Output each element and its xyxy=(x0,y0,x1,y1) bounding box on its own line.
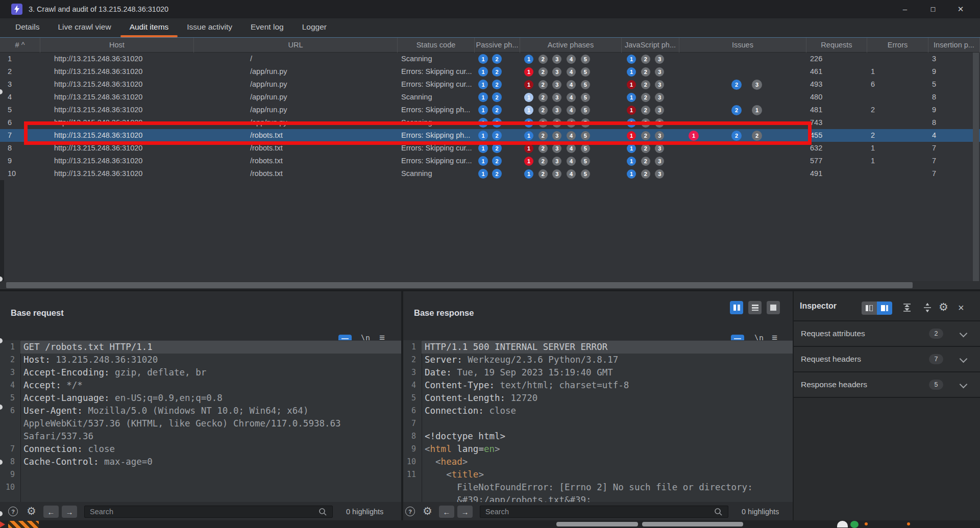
inspector-section-request-headers[interactable]: Request headers7 xyxy=(794,346,980,371)
chevron-down-icon[interactable] xyxy=(960,330,968,338)
text-segment: Connection: xyxy=(23,444,83,454)
editor-line: Accept: */* xyxy=(20,379,401,392)
column-header-errors[interactable]: Errors xyxy=(867,38,928,53)
editor-line: Accept-Encoding: gzip, deflate, br xyxy=(20,366,401,379)
expand-all-icon[interactable] xyxy=(902,303,912,315)
editor-line: User-Agent: Mozilla/5.0 (Windows NT 10.0… xyxy=(20,405,401,417)
inspector-section-response-headers[interactable]: Response headers5 xyxy=(794,371,980,397)
minimize-button[interactable]: – xyxy=(896,0,914,18)
next-match-button[interactable]: → xyxy=(62,506,77,518)
text-segment: > xyxy=(478,469,484,480)
table-row[interactable]: 4http://13.215.248.36:31020/app/run.pySc… xyxy=(0,91,980,104)
taskbar-green-icon[interactable] xyxy=(850,521,859,528)
cell-errors: 6 xyxy=(871,78,928,91)
tab-issue-activity[interactable]: Issue activity xyxy=(178,18,241,37)
maximize-button[interactable]: ◻ xyxy=(924,0,942,18)
cell-url: /app/run.py xyxy=(250,104,398,116)
tab-details[interactable]: Details xyxy=(6,18,48,37)
cell-url: /robots.txt xyxy=(250,155,398,167)
table-row[interactable]: 1http://13.215.248.36:31020/Scanning2263… xyxy=(0,53,980,65)
column-header-requests[interactable]: Requests xyxy=(806,38,867,53)
line-number: 5 xyxy=(403,392,416,405)
taskbar-orange-dot[interactable] xyxy=(865,522,868,525)
text-segment: Accept-Encoding: xyxy=(23,367,110,378)
tab-event-log[interactable]: Event log xyxy=(241,18,293,37)
column-header-issues[interactable]: Issues xyxy=(679,38,806,53)
active-phase-1: 1 xyxy=(524,55,533,64)
active-phase-4: 4 xyxy=(567,169,576,179)
inspector-pane-right-toggle[interactable] xyxy=(877,301,892,315)
inspector-section-request-attributes[interactable]: Request attributes2 xyxy=(794,320,980,346)
collapse-all-icon[interactable] xyxy=(922,303,933,315)
settings-gear-icon[interactable]: ⚙ xyxy=(27,506,36,516)
close-button[interactable]: ✕ xyxy=(952,0,969,18)
tab-audit-items[interactable]: Audit items xyxy=(120,18,178,37)
text-segment: text/html; charset=utf-8 xyxy=(495,380,629,390)
active-phase-2: 2 xyxy=(538,80,548,89)
issue-count-badge: 2 xyxy=(731,105,742,115)
base-request-editor[interactable]: 1GET /robots.txt HTTP/1.12Host: 13.215.2… xyxy=(0,340,401,502)
tab-live-crawl-view[interactable]: Live crawl view xyxy=(48,18,120,37)
next-match-button[interactable]: → xyxy=(457,506,473,518)
tab-logger[interactable]: Logger xyxy=(293,18,336,37)
layout-stack-button[interactable] xyxy=(748,301,762,314)
cell-status: Scanning xyxy=(401,167,475,180)
horizontal-scrollbar-thumb[interactable] xyxy=(6,282,913,288)
layout-single-button[interactable] xyxy=(767,301,780,314)
cell-errors xyxy=(871,167,928,180)
column-header-insertion[interactable]: Insertion p... xyxy=(928,38,980,53)
column-header-active[interactable]: Active phases xyxy=(520,38,622,53)
column-header-status[interactable]: Status code xyxy=(398,38,475,53)
taskbar-burp-icon[interactable] xyxy=(8,521,39,528)
table-row[interactable]: 2http://13.215.248.36:31020/app/run.pyEr… xyxy=(0,65,980,78)
help-icon[interactable]: ? xyxy=(405,507,415,516)
active-phase-1: 1 xyxy=(524,157,533,166)
column-header-host[interactable]: Host xyxy=(40,38,194,53)
previous-match-button[interactable]: ← xyxy=(43,506,59,518)
taskbar-item[interactable] xyxy=(556,522,638,526)
response-search-input[interactable] xyxy=(480,506,728,518)
table-vertical-scrollbar[interactable] xyxy=(973,53,979,281)
cell-host: http://13.215.248.36:31020 xyxy=(54,155,194,167)
passive-phase-2: 2 xyxy=(492,92,502,102)
javascript-phase-2: 2 xyxy=(641,157,650,166)
table-row[interactable]: 9http://13.215.248.36:31020/robots.txtEr… xyxy=(0,155,980,167)
taskbar-orange-dot[interactable] xyxy=(907,522,910,525)
taskbar-white-icon[interactable] xyxy=(837,521,848,527)
cell-requests: 481 xyxy=(810,104,867,116)
base-response-editor[interactable]: 1HTTP/1.1 500 INTERNAL SERVER ERROR2Serv… xyxy=(403,340,793,502)
section-count-badge: 5 xyxy=(929,380,943,390)
request-search-input[interactable] xyxy=(84,506,333,518)
editor-line: Content-Length: 12720 xyxy=(422,392,793,405)
settings-gear-icon[interactable]: ⚙ xyxy=(423,506,432,516)
javascript-phase-1: 1 xyxy=(627,157,636,166)
column-header-num[interactable]: # ^ xyxy=(0,38,40,53)
editor-line: Content-Type: text/html; charset=utf-8 xyxy=(422,379,793,392)
previous-match-button[interactable]: ← xyxy=(439,506,454,518)
active-phase-3: 3 xyxy=(552,106,561,115)
line-number: 9 xyxy=(0,468,15,481)
javascript-phase-3: 3 xyxy=(655,106,664,115)
inspector-settings-gear-icon[interactable]: ⚙ xyxy=(939,301,948,312)
inspector-close-icon[interactable]: × xyxy=(958,302,964,314)
table-row[interactable]: 10http://13.215.248.36:31020/robots.txtS… xyxy=(0,167,980,180)
text-segment: Accept: xyxy=(23,380,61,390)
cell-status: Errors: Skipping ph... xyxy=(401,104,475,116)
column-header-passive[interactable]: Passive ph... xyxy=(475,38,520,53)
help-icon[interactable]: ? xyxy=(8,507,18,516)
active-phase-1: 1 xyxy=(524,144,533,153)
cell-num: 1 xyxy=(8,53,40,65)
taskbar-red-icon[interactable] xyxy=(0,521,5,527)
chevron-down-icon[interactable] xyxy=(960,381,968,389)
column-header-url[interactable]: URL xyxy=(194,38,398,53)
column-header-js[interactable]: JavaScript ph... xyxy=(622,38,679,53)
table-row[interactable]: 5http://13.215.248.36:31020/app/run.pyEr… xyxy=(0,104,980,116)
taskbar-item[interactable] xyxy=(642,522,743,526)
table-horizontal-scrollbar[interactable] xyxy=(0,281,980,289)
chevron-down-icon[interactable] xyxy=(960,355,968,363)
layout-split-button[interactable] xyxy=(730,301,743,314)
inspector-pane-left-toggle[interactable] xyxy=(862,301,877,315)
section-count-badge: 2 xyxy=(929,329,943,339)
table-row[interactable]: 3http://13.215.248.36:31020/app/run.pyEr… xyxy=(0,78,980,91)
cell-status: Errors: Skipping cur... xyxy=(401,65,475,78)
